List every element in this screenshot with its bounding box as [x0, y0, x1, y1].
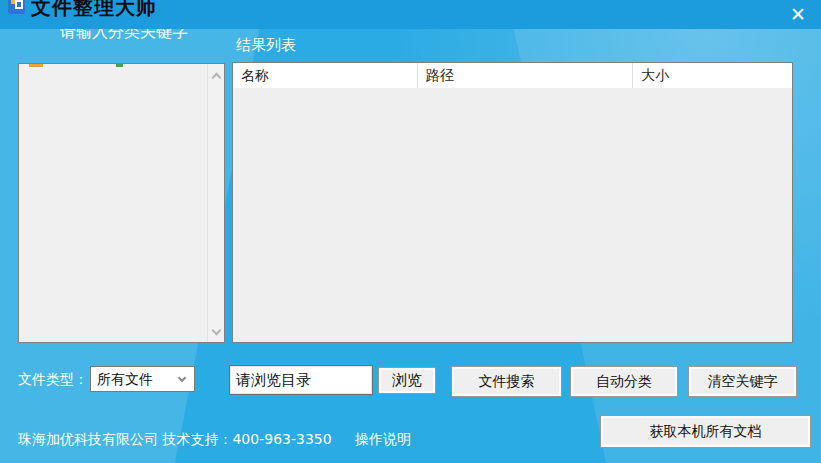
- keyword-listbox[interactable]: [18, 63, 225, 343]
- results-section-label: 结果列表: [236, 36, 296, 55]
- keyword-label-wrap: 请输入分类关键字: [60, 29, 188, 46]
- file-type-select[interactable]: 所有文件: [90, 366, 195, 392]
- directory-input[interactable]: [229, 365, 373, 395]
- company-support-text: 珠海加优科技有限公司 技术支持：400-963-3350: [18, 431, 332, 449]
- results-table-body: [233, 88, 792, 342]
- close-icon[interactable]: ✕: [782, 1, 814, 28]
- window-title: 文件整理大师: [31, 0, 157, 21]
- titlebar: 文件整理大师 ✕: [0, 0, 821, 29]
- app-icon-white-frame: [15, 0, 23, 9]
- app-icon: [8, 0, 25, 14]
- chevron-down-icon: [178, 374, 186, 382]
- get-all-docs-button[interactable]: 获取本机所有文档: [600, 415, 811, 448]
- listbox-scrollbar[interactable]: [207, 64, 224, 342]
- file-type-label: 文件类型：: [18, 371, 88, 389]
- list-item-fragment-orange: [29, 64, 43, 67]
- column-header-name[interactable]: 名称: [233, 63, 418, 88]
- scroll-down-icon[interactable]: [212, 326, 222, 336]
- browse-button[interactable]: 浏览: [378, 367, 436, 394]
- app-window: 文件整理大师 ✕ 请输入分类关键字 结果列表 名称 路径 大小 文件类型： 所有…: [0, 0, 821, 463]
- help-link[interactable]: 操作说明: [355, 431, 411, 449]
- results-table: 名称 路径 大小: [232, 62, 793, 343]
- column-header-path[interactable]: 路径: [418, 63, 634, 88]
- column-header-size[interactable]: 大小: [633, 63, 792, 88]
- results-table-header: 名称 路径 大小: [233, 63, 792, 88]
- file-search-button[interactable]: 文件搜索: [451, 366, 562, 397]
- clear-keywords-button[interactable]: 清空关键字: [688, 366, 797, 397]
- window-title-wrap: 文件整理大师: [31, 0, 157, 21]
- list-item-fragment-green: [116, 64, 123, 67]
- file-type-selected-value: 所有文件: [97, 371, 153, 387]
- scroll-up-icon[interactable]: [212, 73, 222, 83]
- auto-classify-button[interactable]: 自动分类: [570, 366, 678, 397]
- keyword-label: 请输入分类关键字: [60, 29, 188, 43]
